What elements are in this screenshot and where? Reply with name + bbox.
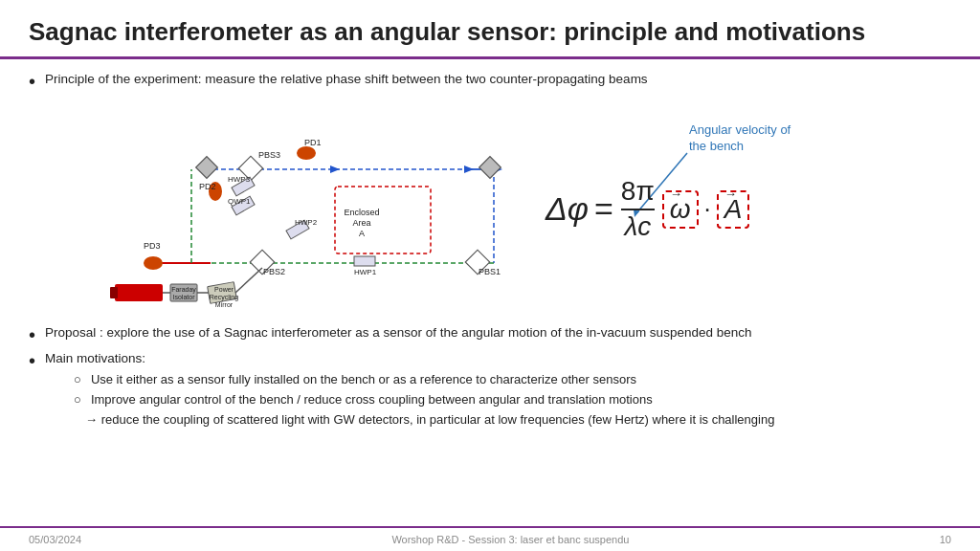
svg-text:Angular velocity of: Angular velocity of: [689, 122, 791, 137]
optical-diagram: Enclosed Area A PBS3 HWP3 QWP1 HWP2: [57, 100, 526, 320]
bullet-1-text: Principle of the experiment: measure the…: [45, 71, 648, 89]
content-area: • Principle of the experiment: measure t…: [0, 59, 980, 526]
bullet-3-sub-3-text: → reduce the coupling of scattered light…: [85, 412, 774, 427]
slide: Sagnac interferometer as an angular sens…: [0, 0, 980, 551]
svg-rect-31: [196, 157, 218, 179]
bullet-3-sub-2-text: Improve angular control of the bench / r…: [91, 391, 653, 408]
bullet-2-text: Proposal : explore the use of a Sagnac i…: [45, 324, 751, 342]
bullet-2: • Proposal : explore the use of a Sagnac…: [29, 324, 951, 344]
bullet-3-sub-1: ○ Use it either as a sensor fully instal…: [74, 371, 774, 388]
footer: 05/03/2024 Worshop R&D - Session 3: lase…: [0, 526, 980, 551]
svg-text:PBS3: PBS3: [258, 150, 280, 160]
svg-text:Isolator: Isolator: [173, 294, 196, 300]
svg-text:QWP1: QWP1: [228, 197, 251, 206]
bullet-3: • Main motivations: ○ Use it either as a…: [29, 350, 951, 429]
svg-text:Mirror: Mirror: [215, 301, 234, 308]
footer-page: 10: [940, 534, 951, 545]
bullet-dot-1: •: [29, 72, 35, 91]
svg-text:Enclosed: Enclosed: [344, 208, 379, 217]
svg-rect-12: [335, 187, 431, 253]
svg-text:HWP1: HWP1: [354, 268, 377, 276]
svg-text:PBS2: PBS2: [263, 267, 285, 276]
bullet-3-title: Main motivations:: [45, 350, 774, 368]
svg-text:Faraday: Faraday: [171, 286, 196, 294]
slide-title: Sagnac interferometer as an angular sens…: [29, 17, 951, 47]
svg-text:PD3: PD3: [144, 241, 161, 251]
svg-rect-33: [301, 153, 312, 159]
svg-rect-30: [479, 157, 501, 179]
svg-text:the bench: the bench: [689, 139, 744, 153]
svg-text:Area: Area: [352, 218, 370, 228]
svg-rect-41: [115, 284, 163, 301]
bullet-1: • Principle of the experiment: measure t…: [29, 71, 951, 91]
svg-text:Recycling: Recycling: [210, 294, 238, 301]
svg-line-52: [235, 268, 262, 293]
svg-text:A: A: [359, 229, 365, 238]
footer-title: Worshop R&D - Session 3: laser et banc s…: [391, 534, 629, 545]
svg-rect-39: [147, 257, 159, 263]
svg-rect-36: [215, 186, 221, 197]
svg-text:HWP2: HWP2: [295, 218, 318, 227]
svg-rect-42: [110, 287, 118, 298]
formula-section: Angular velocity of the bench Δφ = 8π λc: [546, 100, 951, 320]
svg-text:PD2: PD2: [199, 182, 216, 191]
bullet-3-sub-2: ○ Improve angular control of the bench /…: [74, 391, 774, 408]
footer-date: 05/03/2024: [29, 534, 81, 545]
bullet-3-sub-3: → reduce the coupling of scattered light…: [85, 411, 774, 429]
svg-text:HWP3: HWP3: [228, 175, 251, 184]
bullet-dot-3: •: [29, 351, 35, 370]
bullet-dot-2: •: [29, 325, 35, 344]
svg-rect-28: [354, 256, 375, 266]
svg-text:Power: Power: [214, 286, 234, 293]
bullet-3-sub-1-text: Use it either as a sensor fully installe…: [91, 371, 636, 388]
diagram-formula-section: Enclosed Area A PBS3 HWP3 QWP1 HWP2: [57, 100, 951, 320]
svg-text:PBS1: PBS1: [479, 267, 501, 276]
title-bar: Sagnac interferometer as an angular sens…: [0, 0, 980, 59]
svg-text:PD1: PD1: [304, 138, 322, 147]
